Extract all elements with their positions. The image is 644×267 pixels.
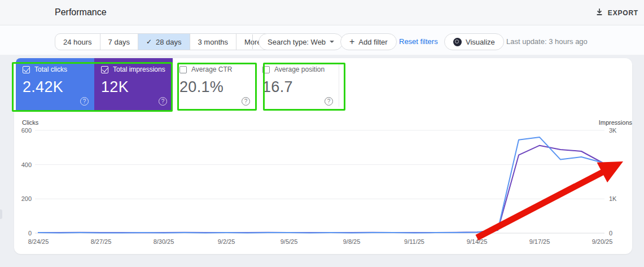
highlight-box <box>263 63 345 111</box>
highlight-box <box>12 62 173 112</box>
chart-canvas[interactable] <box>0 0 644 267</box>
total-clicks-line <box>38 137 602 233</box>
highlight-box <box>177 63 257 111</box>
search-console-performance-page: Performance EXPORT 24 hours7 days✓28 day… <box>0 0 644 267</box>
total-impressions-line <box>38 146 602 233</box>
